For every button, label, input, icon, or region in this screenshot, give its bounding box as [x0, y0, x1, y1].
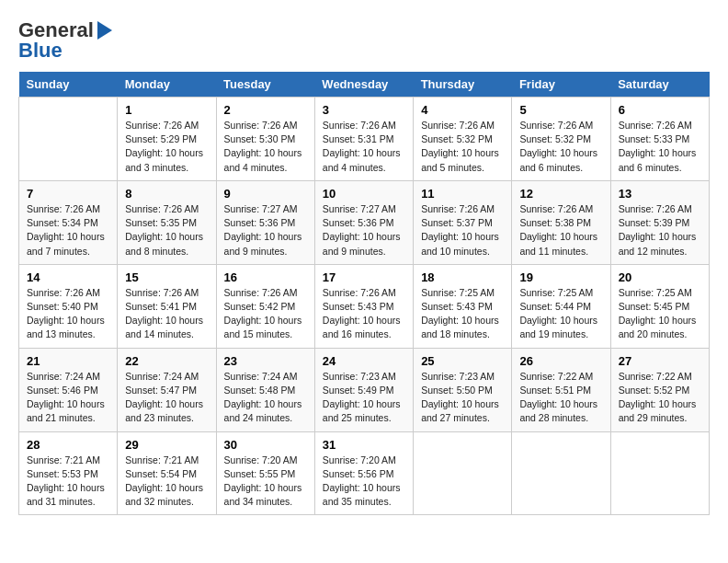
day-number: 18	[421, 270, 504, 284]
cell-content: Sunrise: 7:25 AMSunset: 5:45 PMDaylight:…	[619, 286, 701, 342]
day-number: 25	[421, 354, 504, 368]
day-number: 3	[323, 103, 405, 117]
week-row: 21Sunrise: 7:24 AMSunset: 5:46 PMDayligh…	[19, 348, 710, 431]
cell-content: Sunrise: 7:24 AMSunset: 5:46 PMDaylight:…	[27, 370, 109, 426]
day-number: 17	[323, 270, 405, 284]
day-number: 7	[27, 187, 109, 201]
calendar-cell: 15Sunrise: 7:26 AMSunset: 5:41 PMDayligh…	[118, 264, 216, 348]
day-number: 30	[224, 438, 307, 452]
cell-content: Sunrise: 7:24 AMSunset: 5:48 PMDaylight:…	[224, 370, 307, 426]
day-number: 21	[27, 354, 109, 368]
cell-content: Sunrise: 7:26 AMSunset: 5:37 PMDaylight:…	[421, 202, 504, 259]
calendar-cell: 16Sunrise: 7:26 AMSunset: 5:42 PMDayligh…	[216, 264, 314, 348]
week-row: 1Sunrise: 7:26 AMSunset: 5:29 PMDaylight…	[19, 98, 710, 181]
cell-content: Sunrise: 7:27 AMSunset: 5:36 PMDaylight:…	[323, 202, 405, 259]
calendar-cell	[414, 431, 512, 515]
calendar-cell: 10Sunrise: 7:27 AMSunset: 5:36 PMDayligh…	[314, 180, 413, 264]
logo-blue: Blue	[18, 39, 63, 63]
calendar-cell	[610, 431, 709, 515]
col-header-wednesday: Wednesday	[314, 72, 413, 98]
cell-content: Sunrise: 7:26 AMSunset: 5:29 PMDaylight:…	[125, 119, 208, 175]
cell-content: Sunrise: 7:23 AMSunset: 5:49 PMDaylight:…	[323, 370, 405, 426]
cell-content: Sunrise: 7:26 AMSunset: 5:42 PMDaylight:…	[224, 286, 307, 342]
cell-content: Sunrise: 7:21 AMSunset: 5:54 PMDaylight:…	[125, 454, 208, 510]
calendar-cell: 12Sunrise: 7:26 AMSunset: 5:38 PMDayligh…	[512, 180, 610, 264]
day-number: 1	[125, 103, 208, 117]
cell-content: Sunrise: 7:26 AMSunset: 5:38 PMDaylight:…	[519, 202, 602, 259]
day-number: 11	[421, 187, 504, 201]
cell-content: Sunrise: 7:26 AMSunset: 5:41 PMDaylight:…	[125, 286, 208, 342]
week-row: 7Sunrise: 7:26 AMSunset: 5:34 PMDaylight…	[19, 180, 710, 264]
cell-content: Sunrise: 7:22 AMSunset: 5:52 PMDaylight:…	[619, 370, 701, 426]
calendar-table: SundayMondayTuesdayWednesdayThursdayFrid…	[18, 72, 710, 515]
calendar-cell: 4Sunrise: 7:26 AMSunset: 5:32 PMDaylight…	[414, 98, 512, 181]
day-number: 27	[619, 354, 701, 368]
calendar-cell: 27Sunrise: 7:22 AMSunset: 5:52 PMDayligh…	[610, 348, 709, 431]
day-number: 9	[224, 187, 307, 201]
day-number: 16	[224, 270, 307, 284]
cell-content: Sunrise: 7:26 AMSunset: 5:40 PMDaylight:…	[27, 286, 109, 342]
calendar-cell: 14Sunrise: 7:26 AMSunset: 5:40 PMDayligh…	[19, 264, 118, 348]
cell-content: Sunrise: 7:25 AMSunset: 5:44 PMDaylight:…	[519, 286, 602, 342]
calendar-cell: 5Sunrise: 7:26 AMSunset: 5:32 PMDaylight…	[512, 98, 610, 181]
calendar-cell: 1Sunrise: 7:26 AMSunset: 5:29 PMDaylight…	[118, 98, 216, 181]
cell-content: Sunrise: 7:22 AMSunset: 5:51 PMDaylight:…	[519, 370, 602, 426]
day-number: 14	[27, 270, 109, 284]
day-number: 23	[224, 354, 307, 368]
col-header-saturday: Saturday	[610, 72, 709, 98]
logo-arrow-icon	[97, 21, 112, 40]
calendar-cell: 19Sunrise: 7:25 AMSunset: 5:44 PMDayligh…	[512, 264, 610, 348]
calendar-cell: 11Sunrise: 7:26 AMSunset: 5:37 PMDayligh…	[414, 180, 512, 264]
week-row: 28Sunrise: 7:21 AMSunset: 5:53 PMDayligh…	[19, 431, 710, 515]
cell-content: Sunrise: 7:20 AMSunset: 5:56 PMDaylight:…	[323, 454, 405, 510]
calendar-cell: 3Sunrise: 7:26 AMSunset: 5:31 PMDaylight…	[314, 98, 413, 181]
calendar-cell: 31Sunrise: 7:20 AMSunset: 5:56 PMDayligh…	[314, 431, 413, 515]
col-header-friday: Friday	[512, 72, 610, 98]
header-row: SundayMondayTuesdayWednesdayThursdayFrid…	[19, 72, 710, 98]
calendar-cell: 18Sunrise: 7:25 AMSunset: 5:43 PMDayligh…	[414, 264, 512, 348]
day-number: 26	[519, 354, 602, 368]
cell-content: Sunrise: 7:26 AMSunset: 5:31 PMDaylight:…	[323, 119, 405, 175]
calendar-cell: 24Sunrise: 7:23 AMSunset: 5:49 PMDayligh…	[314, 348, 413, 431]
cell-content: Sunrise: 7:26 AMSunset: 5:34 PMDaylight:…	[27, 202, 109, 259]
day-number: 29	[125, 438, 208, 452]
page-header: General Blue	[18, 18, 710, 63]
day-number: 5	[519, 103, 602, 117]
day-number: 31	[323, 438, 405, 452]
cell-content: Sunrise: 7:25 AMSunset: 5:43 PMDaylight:…	[421, 286, 504, 342]
calendar-cell: 21Sunrise: 7:24 AMSunset: 5:46 PMDayligh…	[19, 348, 118, 431]
calendar-cell	[512, 431, 610, 515]
week-row: 14Sunrise: 7:26 AMSunset: 5:40 PMDayligh…	[19, 264, 710, 348]
calendar-cell: 23Sunrise: 7:24 AMSunset: 5:48 PMDayligh…	[216, 348, 314, 431]
calendar-cell: 22Sunrise: 7:24 AMSunset: 5:47 PMDayligh…	[118, 348, 216, 431]
calendar-cell: 7Sunrise: 7:26 AMSunset: 5:34 PMDaylight…	[19, 180, 118, 264]
day-number: 22	[125, 354, 208, 368]
calendar-cell: 9Sunrise: 7:27 AMSunset: 5:36 PMDaylight…	[216, 180, 314, 264]
calendar-cell: 30Sunrise: 7:20 AMSunset: 5:55 PMDayligh…	[216, 431, 314, 515]
calendar-cell: 26Sunrise: 7:22 AMSunset: 5:51 PMDayligh…	[512, 348, 610, 431]
day-number: 10	[323, 187, 405, 201]
calendar-cell: 13Sunrise: 7:26 AMSunset: 5:39 PMDayligh…	[610, 180, 709, 264]
cell-content: Sunrise: 7:26 AMSunset: 5:32 PMDaylight:…	[421, 119, 504, 175]
calendar-cell: 28Sunrise: 7:21 AMSunset: 5:53 PMDayligh…	[19, 431, 118, 515]
calendar-cell: 8Sunrise: 7:26 AMSunset: 5:35 PMDaylight…	[118, 180, 216, 264]
cell-content: Sunrise: 7:26 AMSunset: 5:39 PMDaylight:…	[619, 202, 701, 259]
day-number: 13	[619, 187, 701, 201]
col-header-monday: Monday	[118, 72, 216, 98]
day-number: 6	[619, 103, 701, 117]
calendar-cell: 20Sunrise: 7:25 AMSunset: 5:45 PMDayligh…	[610, 264, 709, 348]
cell-content: Sunrise: 7:26 AMSunset: 5:43 PMDaylight:…	[323, 286, 405, 342]
day-number: 12	[519, 187, 602, 201]
cell-content: Sunrise: 7:26 AMSunset: 5:35 PMDaylight:…	[125, 202, 208, 259]
calendar-cell	[19, 98, 118, 181]
cell-content: Sunrise: 7:23 AMSunset: 5:50 PMDaylight:…	[421, 370, 504, 426]
day-number: 2	[224, 103, 307, 117]
calendar-cell: 29Sunrise: 7:21 AMSunset: 5:54 PMDayligh…	[118, 431, 216, 515]
calendar-cell: 25Sunrise: 7:23 AMSunset: 5:50 PMDayligh…	[414, 348, 512, 431]
cell-content: Sunrise: 7:24 AMSunset: 5:47 PMDaylight:…	[125, 370, 208, 426]
day-number: 15	[125, 270, 208, 284]
calendar-cell: 6Sunrise: 7:26 AMSunset: 5:33 PMDaylight…	[610, 98, 709, 181]
day-number: 20	[619, 270, 701, 284]
calendar-cell: 17Sunrise: 7:26 AMSunset: 5:43 PMDayligh…	[314, 264, 413, 348]
col-header-sunday: Sunday	[19, 72, 118, 98]
